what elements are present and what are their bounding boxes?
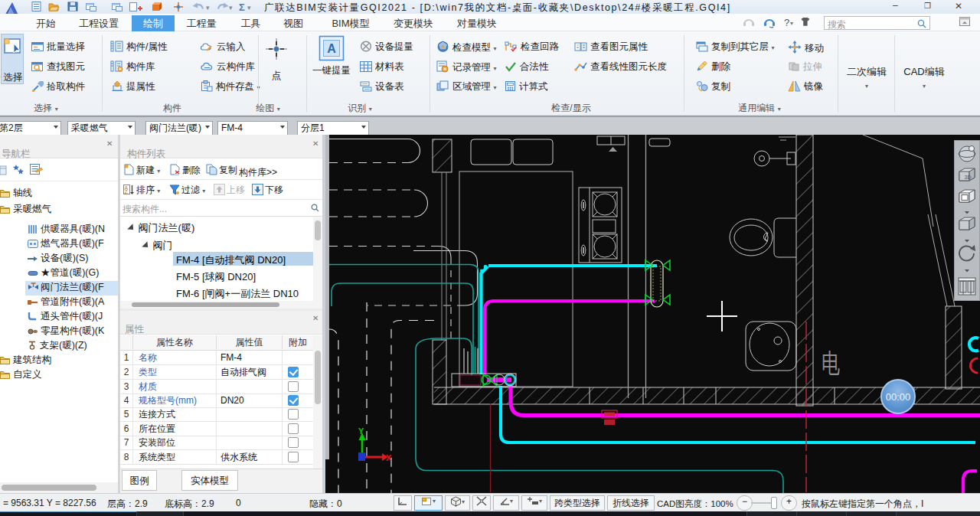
svg-text:00:00: 00:00 (886, 391, 911, 403)
svg-text:A: A (327, 42, 336, 55)
svg-text:▾: ▾ (247, 4, 251, 11)
svg-text:Σ: Σ (239, 2, 245, 12)
svg-text:?: ? (784, 17, 789, 28)
svg-text:Y: Y (358, 426, 364, 436)
svg-text:▾: ▾ (790, 20, 793, 27)
svg-text:Z: Z (125, 189, 129, 194)
svg-text:电: 电 (822, 348, 840, 377)
svg-text:▾: ▾ (229, 4, 233, 11)
svg-text:3D: 3D (965, 175, 972, 180)
svg-text:X: X (386, 453, 392, 462)
svg-text:▾: ▾ (206, 4, 210, 11)
